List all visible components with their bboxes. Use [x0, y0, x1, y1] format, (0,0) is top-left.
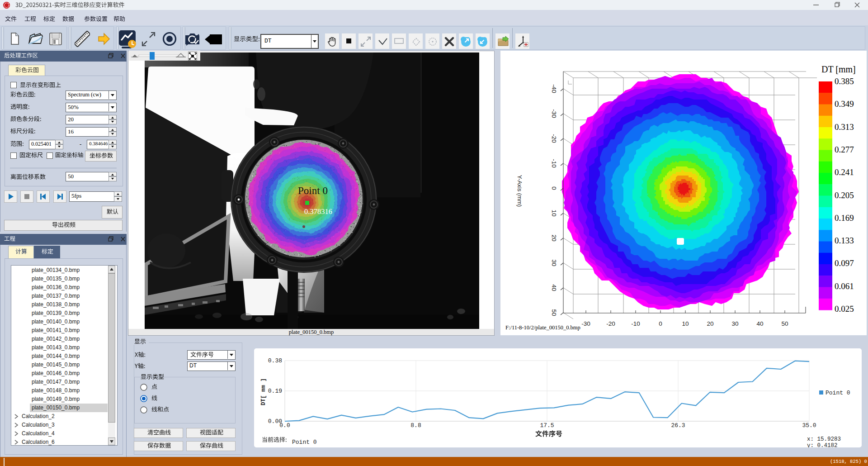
svg-text:0.0: 0.0 — [279, 422, 290, 429]
svg-text:0.349: 0.349 — [835, 99, 854, 109]
svg-text:Y-Axis (mm): Y-Axis (mm) — [516, 175, 523, 207]
svg-text:30: 30 — [731, 320, 738, 327]
svg-text:0.313: 0.313 — [835, 122, 854, 132]
svg-text:8.8: 8.8 — [410, 422, 421, 429]
svg-text:0.025: 0.025 — [835, 304, 854, 314]
svg-text:50: 50 — [781, 320, 788, 327]
svg-text:-10: -10 — [631, 320, 640, 327]
svg-text:26.3: 26.3 — [671, 422, 685, 429]
svg-text:0.378316: 0.378316 — [304, 207, 332, 216]
svg-text:-10: -10 — [551, 159, 557, 168]
svg-text:y: 0.4182: y: 0.4182 — [807, 442, 838, 447]
svg-text:0.19: 0.19 — [268, 388, 282, 395]
svg-text:0: 0 — [551, 186, 557, 190]
svg-text:50: 50 — [551, 309, 557, 316]
svg-text:30: 30 — [551, 259, 557, 266]
svg-text:-20: -20 — [606, 320, 615, 327]
svg-text:17.5: 17.5 — [540, 422, 554, 429]
svg-text:0.38: 0.38 — [268, 357, 282, 364]
svg-text:x: 15.9283: x: 15.9283 — [807, 436, 841, 442]
svg-text:10: 10 — [551, 209, 557, 216]
svg-text:0.097: 0.097 — [835, 258, 854, 268]
svg-text:0.241: 0.241 — [835, 167, 854, 177]
svg-text:Point 0: Point 0 — [826, 390, 850, 396]
svg-text:0.277: 0.277 — [835, 145, 854, 154]
svg-text:0.133: 0.133 — [835, 236, 854, 245]
svg-text:-30: -30 — [581, 320, 590, 327]
svg-text:-30: -30 — [551, 109, 557, 118]
svg-text:10: 10 — [682, 320, 689, 327]
svg-text:40: 40 — [756, 320, 763, 327]
svg-text:DT [mm]: DT [mm] — [821, 64, 856, 74]
svg-text:20: 20 — [551, 234, 557, 241]
svg-text:0.169: 0.169 — [835, 213, 854, 223]
svg-text:0: 0 — [659, 320, 662, 327]
svg-text:DT[ mm ]: DT[ mm ] — [260, 378, 267, 405]
svg-text:0.385: 0.385 — [835, 76, 854, 86]
svg-text:-20: -20 — [551, 134, 557, 143]
svg-text:Point 0: Point 0 — [292, 439, 317, 446]
svg-text:35.0: 35.0 — [802, 422, 816, 429]
svg-text:Point 0: Point 0 — [298, 185, 328, 196]
svg-text:0.205: 0.205 — [835, 190, 854, 200]
svg-text:20: 20 — [707, 320, 713, 327]
svg-text:F:/11-8-10/2/plate_00150_0.bmp: F:/11-8-10/2/plate_00150_0.bmp — [505, 324, 580, 331]
svg-text:0.061: 0.061 — [835, 281, 854, 291]
svg-text:-40: -40 — [551, 84, 557, 93]
svg-text:40: 40 — [551, 284, 557, 291]
